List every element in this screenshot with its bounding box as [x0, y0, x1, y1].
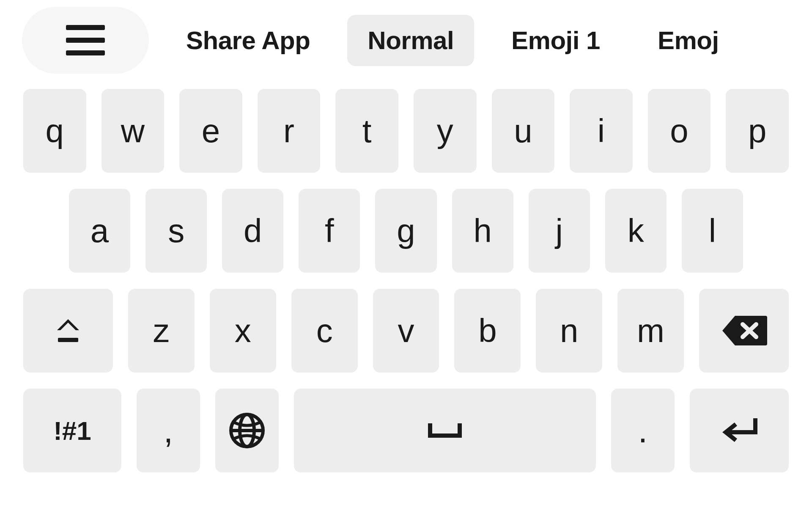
tab-emoji-2-truncated[interactable]: Emoj: [637, 15, 739, 66]
key-d[interactable]: d: [222, 189, 283, 273]
space-icon: [428, 423, 462, 438]
tab-share-app[interactable]: Share App: [166, 15, 330, 66]
key-m[interactable]: m: [617, 289, 684, 373]
key-s[interactable]: s: [145, 189, 207, 273]
key-r[interactable]: r: [258, 89, 321, 173]
key-enter[interactable]: [690, 389, 789, 472]
key-period[interactable]: .: [611, 389, 675, 472]
tab-normal[interactable]: Normal: [347, 15, 474, 66]
top-tab-bar: Share App Normal Emoji 1 Emoj: [0, 0, 812, 80]
key-shift[interactable]: [23, 289, 113, 373]
backspace-icon: [721, 314, 767, 347]
key-space[interactable]: [294, 389, 596, 472]
key-h[interactable]: h: [452, 189, 513, 273]
keyboard-row-4: !#1 , .: [23, 389, 789, 472]
menu-button[interactable]: [22, 7, 149, 74]
key-w[interactable]: w: [102, 89, 165, 173]
key-v[interactable]: v: [373, 289, 439, 373]
keyboard-row-2: a s d f g h j k l: [23, 189, 789, 273]
key-t[interactable]: t: [335, 89, 398, 173]
key-n[interactable]: n: [536, 289, 602, 373]
globe-icon: [229, 412, 265, 449]
enter-icon: [720, 418, 759, 443]
key-y[interactable]: y: [414, 89, 477, 173]
key-j[interactable]: j: [529, 189, 590, 273]
key-g[interactable]: g: [375, 189, 436, 273]
keyboard-row-3: z x c v b n m: [23, 289, 789, 373]
key-z[interactable]: z: [128, 289, 195, 373]
key-comma[interactable]: ,: [137, 389, 200, 472]
key-backspace[interactable]: [699, 289, 789, 373]
tab-emoji-1[interactable]: Emoji 1: [491, 15, 620, 66]
key-x[interactable]: x: [210, 289, 276, 373]
key-k[interactable]: k: [605, 189, 667, 273]
key-u[interactable]: u: [492, 89, 555, 173]
key-o[interactable]: o: [648, 89, 711, 173]
key-symbols[interactable]: !#1: [23, 389, 121, 472]
key-e[interactable]: e: [179, 89, 242, 173]
keyboard-row-1: q w e r t y u i o p: [23, 89, 789, 173]
key-p[interactable]: p: [726, 89, 789, 173]
key-i[interactable]: i: [570, 89, 633, 173]
key-a[interactable]: a: [69, 189, 130, 273]
key-c[interactable]: c: [291, 289, 358, 373]
key-l[interactable]: l: [682, 189, 743, 273]
key-q[interactable]: q: [23, 89, 86, 173]
virtual-keyboard: q w e r t y u i o p a s d f g h j k l z …: [0, 80, 812, 489]
shift-icon: [55, 319, 81, 342]
key-f[interactable]: f: [299, 189, 360, 273]
key-b[interactable]: b: [454, 289, 521, 373]
key-language[interactable]: [215, 389, 279, 472]
hamburger-icon: [66, 25, 105, 55]
